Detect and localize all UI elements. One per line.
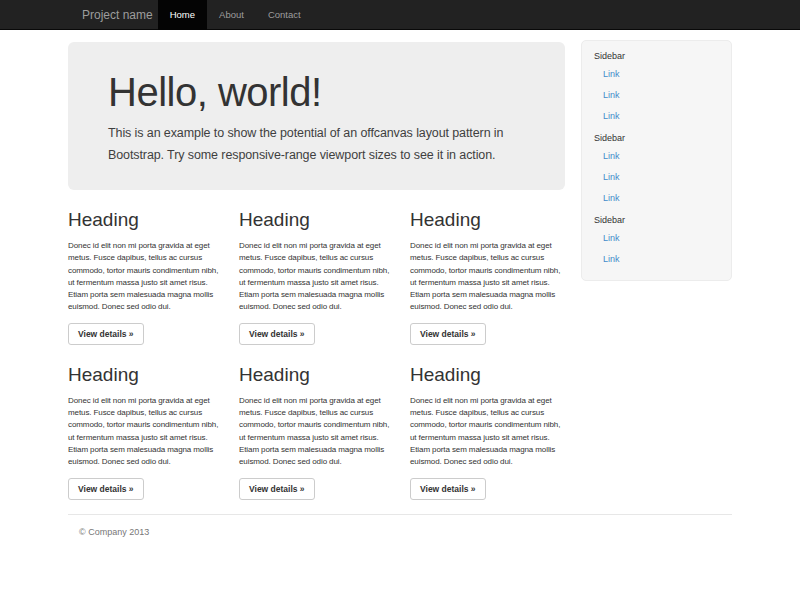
card-heading: Heading <box>239 209 394 231</box>
sidebar-group: Sidebar Link Link Link <box>582 45 731 127</box>
card-heading: Heading <box>68 364 223 386</box>
content-card: Heading Donec id elit non mi porta gravi… <box>231 345 402 500</box>
view-details-button[interactable]: View details » <box>410 478 486 500</box>
nav-item-home[interactable]: Home <box>158 0 207 30</box>
sidebar-link[interactable]: Link <box>582 85 731 106</box>
card-heading: Heading <box>410 209 565 231</box>
jumbotron-description: This is an example to show the potential… <box>108 122 525 166</box>
navbar-brand[interactable]: Project name <box>60 0 158 30</box>
sidebar-link[interactable]: Link <box>582 188 731 209</box>
view-details-button[interactable]: View details » <box>239 478 315 500</box>
sidebar-group: Sidebar Link Link Link <box>582 127 731 209</box>
content-card: Heading Donec id elit non mi porta gravi… <box>60 190 231 345</box>
navbar: Project name Home About Contact <box>0 0 800 30</box>
card-heading: Heading <box>68 209 223 231</box>
card-heading: Heading <box>239 364 394 386</box>
view-details-button[interactable]: View details » <box>68 323 144 345</box>
navbar-nav: Home About Contact <box>158 0 313 30</box>
nav-item-about[interactable]: About <box>207 0 256 30</box>
page-container: Hello, world! This is an example to show… <box>60 30 740 537</box>
copyright-text: © Company 2013 <box>68 527 732 537</box>
content-row: Hello, world! This is an example to show… <box>60 30 740 500</box>
sidebar-link[interactable]: Link <box>582 106 731 127</box>
card-heading: Heading <box>410 364 565 386</box>
sidebar-group-title: Sidebar <box>582 127 731 146</box>
content-card: Heading Donec id elit non mi porta gravi… <box>402 190 573 345</box>
navbar-container: Project name Home About Contact <box>60 0 740 30</box>
view-details-button[interactable]: View details » <box>410 323 486 345</box>
card-body-text: Donec id elit non mi porta gravida at eg… <box>239 240 394 314</box>
card-body-text: Donec id elit non mi porta gravida at eg… <box>68 395 223 469</box>
content-card: Heading Donec id elit non mi porta gravi… <box>402 345 573 500</box>
card-body-text: Donec id elit non mi porta gravida at eg… <box>410 395 565 469</box>
page-title: Hello, world! <box>108 70 525 114</box>
page-footer: © Company 2013 <box>68 514 732 537</box>
sidebar-group-title: Sidebar <box>582 209 731 228</box>
sidebar-link[interactable]: Link <box>582 167 731 188</box>
content-card: Heading Donec id elit non mi porta gravi… <box>231 190 402 345</box>
sidebar-panel: Sidebar Link Link Link Sidebar Link Link… <box>581 40 732 281</box>
card-body-text: Donec id elit non mi porta gravida at eg… <box>239 395 394 469</box>
content-card: Heading Donec id elit non mi porta gravi… <box>60 345 231 500</box>
sidebar-link[interactable]: Link <box>582 228 731 249</box>
view-details-button[interactable]: View details » <box>68 478 144 500</box>
nav-item-contact[interactable]: Contact <box>256 0 313 30</box>
jumbotron: Hello, world! This is an example to show… <box>68 42 565 190</box>
main-column: Hello, world! This is an example to show… <box>60 30 573 500</box>
cards-row-2: Heading Donec id elit non mi porta gravi… <box>60 345 573 500</box>
sidebar-link[interactable]: Link <box>582 146 731 167</box>
sidebar-link[interactable]: Link <box>582 249 731 270</box>
cards-row-1: Heading Donec id elit non mi porta gravi… <box>60 190 573 345</box>
sidebar-link[interactable]: Link <box>582 64 731 85</box>
sidebar-group: Sidebar Link Link <box>582 209 731 270</box>
view-details-button[interactable]: View details » <box>239 323 315 345</box>
card-body-text: Donec id elit non mi porta gravida at eg… <box>68 240 223 314</box>
card-body-text: Donec id elit non mi porta gravida at eg… <box>410 240 565 314</box>
sidebar-column: Sidebar Link Link Link Sidebar Link Link… <box>573 30 740 281</box>
sidebar-group-title: Sidebar <box>582 45 731 64</box>
